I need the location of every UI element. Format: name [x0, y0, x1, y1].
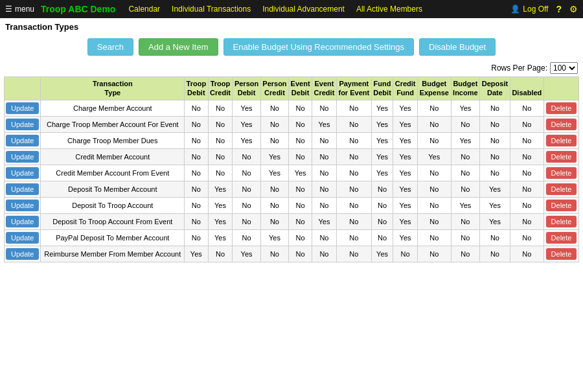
payment-for-event-cell: No [336, 116, 371, 132]
event-debit-cell: No [289, 229, 312, 246]
payment-for-event-cell: No [336, 246, 371, 262]
delete-button[interactable]: Delete [546, 151, 577, 163]
disabled-cell: No [510, 213, 543, 229]
deposit-date-cell: No [480, 165, 510, 181]
payment-for-event-cell: No [336, 229, 371, 246]
event-debit-cell: No [289, 197, 312, 213]
update-button[interactable]: Update [6, 216, 39, 227]
troop-debit-cell: No [185, 181, 209, 197]
update-cell: Update [5, 100, 41, 116]
person-debit-cell: Yes [233, 116, 260, 132]
update-button[interactable]: Update [6, 183, 39, 195]
update-button[interactable]: Update [6, 151, 39, 163]
search-button[interactable]: Search [87, 38, 133, 56]
help-button[interactable]: ? [556, 4, 562, 14]
deposit-date-cell: No [480, 132, 510, 148]
troop-credit-cell: No [208, 246, 233, 262]
rows-per-page-select[interactable]: 10 25 50 100 [550, 62, 578, 74]
transaction-name-cell: Deposit To Troop Account From Event [41, 213, 185, 229]
nav-individual-transactions[interactable]: Individual Transactions [172, 5, 251, 14]
budget-income-cell: Yes [451, 100, 480, 116]
person-credit-cell: Yes [260, 229, 288, 246]
troop-credit-cell: Yes [208, 181, 233, 197]
header-event-debit: EventDebit [289, 77, 312, 100]
fund-debit-cell: Yes [371, 165, 393, 181]
budget-income-cell: No [451, 165, 480, 181]
person-debit-cell: Yes [233, 132, 260, 148]
nav-all-active-members[interactable]: All Active Members [356, 5, 422, 14]
payment-for-event-cell: No [336, 132, 371, 148]
update-button[interactable]: Update [6, 119, 39, 130]
enable-budget-button[interactable]: Enable Budget Using Recommended Settings [223, 38, 415, 56]
fund-debit-cell: Yes [371, 148, 393, 165]
fund-debit-cell: Yes [371, 116, 393, 132]
payment-for-event-cell: No [336, 197, 371, 213]
delete-button[interactable]: Delete [546, 119, 577, 130]
table-row: UpdateCharge Member AccountNoNoYesNoNoNo… [5, 100, 579, 116]
logoff-button[interactable]: 👤 Log Off [510, 5, 548, 14]
disabled-cell: No [510, 116, 543, 132]
update-button[interactable]: Update [6, 232, 39, 244]
update-cell: Update [5, 116, 41, 132]
delete-button[interactable]: Delete [546, 248, 577, 260]
update-button[interactable]: Update [6, 200, 39, 211]
nav-calendar[interactable]: Calendar [128, 5, 160, 14]
delete-button[interactable]: Delete [546, 200, 577, 211]
person-debit-cell: No [233, 213, 260, 229]
delete-button[interactable]: Delete [546, 167, 577, 179]
troop-debit-cell: No [185, 148, 209, 165]
event-credit-cell: No [312, 100, 337, 116]
delete-cell: Delete [544, 246, 579, 262]
disable-budget-button[interactable]: Disable Budget [419, 38, 496, 56]
transaction-name-cell: Charge Member Account [41, 100, 185, 116]
menu-icon: ☰ [5, 5, 12, 14]
delete-button[interactable]: Delete [546, 216, 577, 227]
transaction-types-table-container: TransactionType TroopDebit TroopCredit P… [0, 76, 583, 262]
gear-icon[interactable]: ⚙ [569, 4, 578, 14]
deposit-date-cell: No [480, 246, 510, 262]
table-row: UpdateCharge Troop Member DuesNoNoYesNoN… [5, 132, 579, 148]
event-credit-cell: No [312, 197, 337, 213]
update-button[interactable]: Update [6, 167, 39, 179]
table-row: UpdateDeposit To Member AccountNoYesNoNo… [5, 181, 579, 197]
budget-income-cell: No [451, 181, 480, 197]
table-header-row: TransactionType TroopDebit TroopCredit P… [5, 77, 579, 100]
credit-fund-cell: Yes [393, 132, 418, 148]
delete-cell: Delete [544, 116, 579, 132]
menu-button[interactable]: ☰ menu [5, 5, 34, 14]
delete-button[interactable]: Delete [546, 183, 577, 195]
update-cell: Update [5, 246, 41, 262]
header-fund-debit: FundDebit [371, 77, 393, 100]
event-credit-cell: No [312, 132, 337, 148]
person-credit-cell: No [260, 197, 288, 213]
header-event-credit: EventCredit [312, 77, 337, 100]
person-debit-cell: No [233, 148, 260, 165]
header-person-credit: PersonCredit [260, 77, 288, 100]
event-debit-cell: No [289, 100, 312, 116]
event-debit-cell: No [289, 246, 312, 262]
fund-debit-cell: No [371, 213, 393, 229]
person-credit-cell: No [260, 213, 288, 229]
budget-expense-cell: No [417, 165, 451, 181]
disabled-cell: No [510, 229, 543, 246]
table-row: UpdateCharge Troop Member Account For Ev… [5, 116, 579, 132]
transaction-name-cell: Reimburse Member From Member Account [41, 246, 185, 262]
delete-button[interactable]: Delete [546, 232, 577, 244]
update-button[interactable]: Update [6, 248, 39, 260]
delete-button[interactable]: Delete [546, 102, 577, 114]
event-debit-cell: No [289, 181, 312, 197]
transaction-name-cell: Charge Troop Member Account For Event [41, 116, 185, 132]
credit-fund-cell: Yes [393, 116, 418, 132]
nav-individual-advancement[interactable]: Individual Advancement [262, 5, 345, 14]
person-debit-cell: No [233, 181, 260, 197]
table-row: UpdateCredit Member Account From EventNo… [5, 165, 579, 181]
delete-cell: Delete [544, 165, 579, 181]
budget-income-cell: Yes [451, 132, 480, 148]
update-button[interactable]: Update [6, 102, 39, 114]
event-credit-cell: Yes [312, 213, 337, 229]
person-credit-cell: No [260, 132, 288, 148]
add-new-item-button[interactable]: Add a New Item [139, 38, 218, 56]
deposit-date-cell: No [480, 116, 510, 132]
delete-button[interactable]: Delete [546, 135, 577, 146]
update-button[interactable]: Update [6, 135, 39, 146]
